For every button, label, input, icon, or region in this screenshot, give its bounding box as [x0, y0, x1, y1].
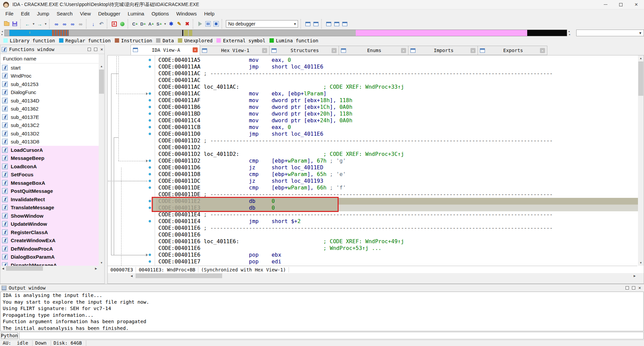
search-text-button[interactable]: ∞ [53, 20, 60, 28]
code-line[interactable]: CODE:004011D2 [158, 144, 200, 151]
functions-horizontal-scrollbar[interactable]: ◀ ▶ [0, 266, 99, 271]
functions-close-button[interactable]: ✕ [100, 48, 103, 51]
function-item-sub-401253[interactable]: fsub_401253 [0, 80, 99, 88]
code-line[interactable]: CODE:004011C4 mov dword ptr [ebx+24h], 0… [158, 117, 352, 124]
function-item-wndproc[interactable]: fWndProc [0, 72, 99, 80]
scrollbar-thumb[interactable] [638, 61, 643, 96]
function-item-createwindowexa[interactable]: fCreateWindowExA [0, 236, 99, 245]
tab-close-icon[interactable]: ✕ [262, 48, 267, 53]
tab-close-icon[interactable]: ✕ [401, 48, 406, 53]
code-line[interactable]: CODE:004011E4 jmp short $+2 [158, 218, 301, 225]
scroll-up-icon[interactable]: ▲ [99, 63, 104, 69]
function-item-sub-40137e[interactable]: fsub_40137E [0, 113, 99, 121]
tab-structures[interactable]: Structures✕ [269, 46, 339, 55]
function-item-start[interactable]: fstart [0, 63, 99, 72]
edit-button[interactable]: ✎ [176, 20, 183, 28]
debugger-options-button[interactable] [304, 20, 311, 28]
windows-list-button[interactable] [325, 20, 332, 28]
menu-help[interactable]: Help [200, 9, 218, 18]
function-item-registerclassa[interactable]: fRegisterClassA [0, 228, 99, 236]
menu-view[interactable]: View [76, 9, 94, 18]
function-item-dialogfunc[interactable]: fDialogFunc [0, 88, 99, 97]
code-line[interactable]: CODE:004011AC loc_4011AC: ; CODE XREF: W… [158, 84, 404, 90]
function-item-setfocus[interactable]: fSetFocus [0, 171, 99, 179]
menu-lumina[interactable]: Lumina [124, 9, 148, 18]
code-line[interactable]: CODE:004011B6 mov dword ptr [ebx+1Ch], 0… [158, 104, 352, 111]
function-item-dialogboxparama[interactable]: fDialogBoxParamA [0, 253, 99, 261]
make-array-button[interactable]: ✱ [167, 20, 175, 28]
function-name-column-header[interactable]: Function name [0, 54, 99, 63]
functions-restore-button[interactable] [88, 48, 91, 51]
code-line[interactable]: CODE:004011CB mov eax, 0 [158, 124, 291, 131]
navband-scroll-right[interactable]: ▸◂ [567, 30, 572, 36]
maximize-button[interactable] [613, 0, 629, 9]
functions-vertical-scrollbar[interactable]: ▲ ▼ [99, 63, 104, 266]
ida-vertical-scrollbar[interactable]: ▲ ▼ [638, 55, 644, 266]
code-line[interactable]: CODE:004011E6 [158, 231, 200, 238]
code-line[interactable]: CODE:004011D2 loc_4011D2: ; CODE XREF: W… [158, 151, 404, 158]
menu-debugger[interactable]: Debugger [95, 9, 124, 18]
scroll-right-icon[interactable]: ▶ [632, 273, 637, 278]
function-item-sub-40134d[interactable]: fsub_40134D [0, 96, 99, 105]
jump-back-history-dropdown[interactable]: ▾ [32, 20, 35, 28]
debugger-pause-button[interactable] [204, 20, 212, 28]
navband-zoom-combo[interactable]: ▼ [576, 30, 644, 36]
search-again-button[interactable]: ∞ [77, 20, 84, 28]
function-item-sub-4013d8[interactable]: fsub_4013D8 [0, 138, 99, 146]
code-line[interactable]: CODE:004011AA jmp short loc_4011E6 [158, 63, 323, 70]
scroll-left-icon[interactable]: ◀ [129, 273, 134, 278]
attach-process-button[interactable] [312, 20, 319, 28]
add-breakpoint-button[interactable] [333, 20, 340, 28]
function-item-loadicona[interactable]: fLoadIconA [0, 162, 99, 171]
make-name-button[interactable]: A+ [147, 20, 155, 28]
code-line[interactable]: CODE:004011AC ; ------------------------… [158, 70, 553, 77]
function-item-translatemessage[interactable]: fTranslateMessage [0, 204, 99, 212]
tab-close-icon[interactable]: ✕ [332, 48, 337, 53]
code-line[interactable]: CODE:004011D8 cmp [ebp+wParam], 65h ; 'e… [158, 171, 346, 178]
code-line[interactable]: CODE:004011E6 loc_4011E6: ; CODE XREF: W… [158, 238, 404, 245]
code-line[interactable]: CODE:004011DC jz short loc_401193 [158, 178, 323, 184]
tab-hex-view-1[interactable]: Hex View-1✕ [200, 46, 269, 55]
undefine-button[interactable]: ✖ [184, 20, 191, 28]
code-line[interactable]: CODE:004011E7 pop edi [158, 258, 281, 265]
code-line[interactable]: CODE:004011AC mov ebx, [ebp+lParam] [158, 90, 327, 97]
jump-to-address-button[interactable]: ↓ [90, 20, 97, 28]
debugger-combo[interactable]: No debugger▼ [226, 20, 298, 28]
search-binary-button[interactable]: ∞ [69, 20, 76, 28]
tab-close-icon[interactable]: ✕ [193, 47, 198, 52]
save-button[interactable] [11, 20, 18, 28]
menu-search[interactable]: Search [53, 9, 77, 18]
code-line[interactable]: CODE:004011BD mov dword ptr [ebx+20h], 1… [158, 111, 352, 117]
text-view-button[interactable]: A [110, 20, 118, 28]
function-item-showwindow[interactable]: fShowWindow [0, 212, 99, 220]
navigation-band[interactable]: ↓ [4, 30, 567, 36]
output-restore-button[interactable] [626, 286, 629, 290]
scrollbar-thumb[interactable] [6, 266, 43, 271]
code-line[interactable]: CODE:004011E4 ; ------------------------… [158, 211, 553, 218]
output-float-button[interactable] [632, 286, 635, 290]
scrollbar-thumb[interactable] [99, 70, 104, 94]
delete-breakpoint-button[interactable] [341, 20, 348, 28]
make-struct-button[interactable]: S+ [155, 20, 163, 28]
function-item-sub-4013d2[interactable]: fsub_4013D2 [0, 129, 99, 138]
tab-enums[interactable]: Enums✕ [339, 46, 408, 55]
scrollbar-thumb[interactable] [136, 273, 222, 278]
function-item-dispatchmessagea[interactable]: fDispatchMessageA [0, 261, 99, 266]
function-item-loadcursora[interactable]: fLoadCursorA [0, 146, 99, 154]
function-item-sub-4013c2[interactable]: fsub_4013C2 [0, 121, 99, 130]
open-file-button[interactable] [3, 20, 10, 28]
code-line[interactable]: CODE:004011D2 cmp [ebp+wParam], 67h ; 'g… [158, 158, 346, 164]
tab-close-icon[interactable]: ✕ [540, 48, 545, 53]
tab-close-icon[interactable]: ✕ [470, 48, 476, 53]
python-console-input[interactable] [19, 332, 644, 339]
ida-horizontal-scrollbar[interactable]: ◀ ▶ [129, 273, 637, 278]
function-item-messageboxa[interactable]: fMessageBoxA [0, 179, 99, 187]
search-immediate-button[interactable]: ∞ [61, 20, 68, 28]
menu-options[interactable]: Options [148, 9, 173, 18]
autoanalysis-indicator[interactable] [118, 20, 126, 28]
code-line[interactable]: CODE:004011E6 ; ------------------------… [158, 225, 553, 231]
function-item-messagebeep[interactable]: fMessageBeep [0, 154, 99, 163]
panel-splitter[interactable] [105, 45, 107, 284]
code-line[interactable]: CODE:004011DE cmp [ebp+wParam], 66h ; 'f… [158, 184, 346, 191]
code-line[interactable]: CODE:004011A5 mov eax, 0 [158, 57, 291, 63]
